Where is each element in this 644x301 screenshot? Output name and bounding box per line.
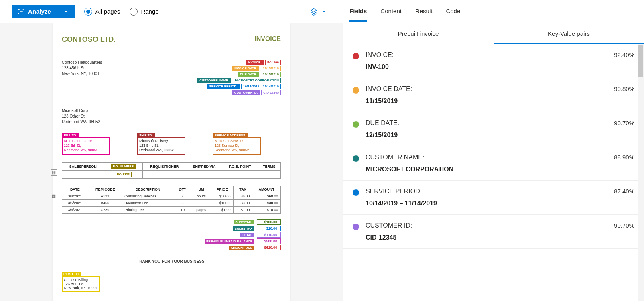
field-key: DUE DATE: [366, 120, 607, 127]
field-item[interactable]: INVOICE DATE: 11/15/2019 90.80% [343, 78, 644, 112]
field-item[interactable]: SERVICE PERIOD: 10/14/2019 – 11/14/2019 … [343, 181, 644, 215]
color-dot-icon [353, 121, 359, 128]
field-list[interactable]: INVOICE: INV-100 92.40% INVOICE DATE: 11… [343, 44, 644, 301]
field-key: SERVICE PERIOD: [366, 188, 607, 195]
items-table: DATEITEM CODE DESCRIPTIONQTY UMPRICE TAX… [62, 186, 281, 214]
field-key: INVOICE DATE: [366, 85, 607, 93]
company-name: CONTOSO LTD. [62, 35, 116, 44]
tab-result[interactable]: Result [415, 8, 433, 14]
main-tabs: Fields Content Result Code [343, 0, 644, 22]
chevron-down-icon [63, 8, 70, 15]
table-icon[interactable] [51, 169, 57, 176]
layers-button[interactable] [310, 8, 327, 16]
ship-to-box: SHIP TO: Microsoft Delivery123 Ship St,R… [137, 137, 185, 155]
color-dot-icon [353, 87, 359, 94]
invoice-meta: INVOICE:INV-100 INVOICE DATE:11/15/2019 … [197, 60, 281, 96]
invoice-title: INVOICE [254, 35, 281, 43]
totals: SUBTOTAL$100.00 SALES TAX$10.00 TOTAL$11… [62, 219, 281, 250]
sub-tabs: Prebuilt invoice Key-Value pairs [343, 22, 644, 44]
tab-content[interactable]: Content [380, 8, 402, 14]
tab-fields[interactable]: Fields [349, 8, 367, 14]
document-viewport[interactable]: CONTOSO LTD. INVOICE Contoso Headquarter… [0, 23, 343, 301]
layers-icon [310, 8, 318, 16]
analyze-label: Analyze [28, 8, 51, 15]
analyze-button[interactable]: Analyze [12, 5, 75, 18]
confidence: 88.90% [614, 154, 634, 161]
field-value: 11/15/2019 [366, 98, 607, 105]
toolbar: Analyze All pages Range [0, 0, 343, 23]
radio-icon [130, 8, 138, 16]
hq-address: Contoso Headquarters123 456th StNew York… [62, 60, 102, 77]
right-panel: Fields Content Result Code Prebuilt invo… [343, 0, 644, 301]
table-icon[interactable] [51, 193, 57, 199]
confidence: 90.70% [614, 222, 634, 229]
color-dot-icon [353, 224, 359, 230]
color-dot-icon [353, 189, 359, 196]
table-row: 3/4/2021A123Consulting Services2hours$30… [62, 193, 281, 200]
po-table: SALESPERSON P.O. NUMBER REQUISITIONER SH… [62, 162, 281, 179]
confidence: 92.40% [614, 51, 634, 58]
to-address: Microsoft Corp123 Other St,Redmond WA, 9… [62, 108, 281, 125]
subtab-kvp[interactable]: Key-Value pairs [494, 22, 644, 44]
remit-to-box: REMIT TO: Contoso Billing123 Remit StNew… [62, 276, 100, 292]
field-key: INVOICE: [366, 51, 607, 59]
field-value: 12/15/2019 [366, 132, 607, 139]
confidence: 90.80% [614, 85, 634, 92]
field-value: MICROSOFT CORPORATION [366, 166, 607, 173]
table-row: 3/6/2021C789Printing Fee10pages$1.00$1.0… [62, 207, 281, 214]
field-item[interactable]: INVOICE: INV-100 92.40% [343, 44, 644, 78]
field-key: CUSTOMER ID: [366, 222, 607, 229]
radio-all-pages[interactable]: All pages [84, 8, 120, 16]
confidence: 90.70% [614, 120, 634, 126]
scan-icon [18, 8, 25, 15]
field-value: CID-12345 [366, 234, 607, 241]
radio-range[interactable]: Range [130, 8, 158, 16]
field-key: CUSTOMER NAME: [366, 154, 607, 161]
document-page: CONTOSO LTD. INVOICE Contoso Headquarter… [53, 23, 290, 301]
table-row: 3/5/2021B456Document Fee3$10.00$3.00$30.… [62, 200, 281, 207]
field-item[interactable]: CUSTOMER ID: CID-12345 90.70% [343, 215, 644, 249]
confidence: 87.40% [614, 188, 634, 195]
left-panel: Analyze All pages Range CONTOSO LTD. INV… [0, 0, 343, 301]
color-dot-icon [353, 53, 359, 59]
thank-you: THANK YOU FOR YOUR BUSINESS! [62, 259, 281, 264]
service-address-box: SERVICE ADDRESS: Microsoft Services123 S… [213, 137, 261, 155]
field-item[interactable]: CUSTOMER NAME: MICROSOFT CORPORATION 88.… [343, 146, 644, 181]
scrollbar[interactable] [638, 44, 644, 301]
field-value: INV-100 [366, 63, 607, 71]
bill-to-box: BILL TO: Microsoft Finance123 Bill St,Re… [62, 137, 110, 155]
chevron-down-icon [321, 9, 327, 14]
radio-icon [84, 8, 92, 16]
page-radio-group: All pages Range [84, 8, 159, 16]
field-value: 10/14/2019 – 11/14/2019 [366, 200, 607, 207]
color-dot-icon [353, 155, 359, 162]
svg-rect-1 [52, 195, 55, 198]
tab-code[interactable]: Code [446, 8, 460, 14]
svg-rect-0 [52, 171, 55, 174]
subtab-prebuilt[interactable]: Prebuilt invoice [343, 22, 494, 44]
field-item[interactable]: DUE DATE: 12/15/2019 90.70% [343, 112, 644, 146]
